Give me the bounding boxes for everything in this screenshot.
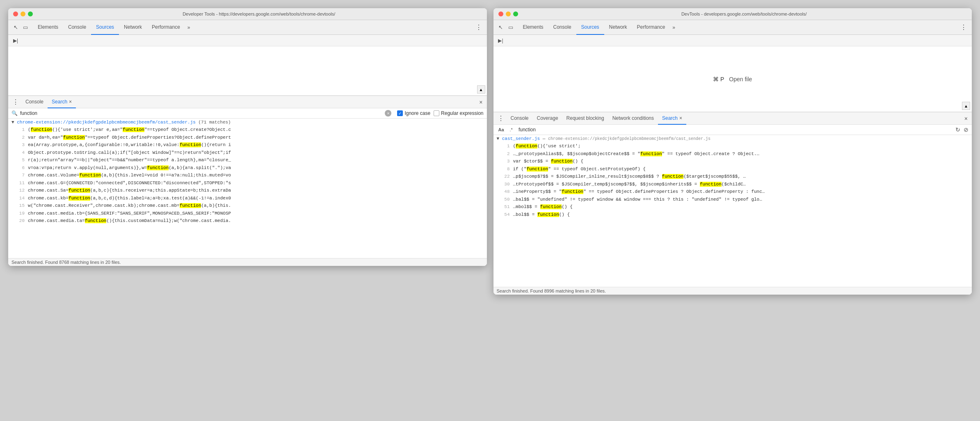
maximize-button[interactable] [28,11,33,16]
aa-button[interactable]: Aa [497,126,506,133]
line-content: …tPrototypeOf$$ = $JSCompiler_temp$jscom… [513,181,969,188]
right-bottom-tab-console[interactable]: Console [507,112,533,125]
right-bottom-tab-coverage[interactable]: Coverage [533,112,562,125]
table-row[interactable]: 2 var da=h,ea="function"==typeof Object.… [8,134,487,142]
tab-elements[interactable]: Elements [33,20,63,35]
right-devtools-icons: ↖ ▭ [497,23,515,32]
tab-performance[interactable]: Performance [147,20,185,35]
line-number: 11 [16,180,25,187]
tab-console[interactable]: Console [63,20,91,35]
right-status-bar: Search finished. Found 8996 matching lin… [493,287,972,295]
search-clear-button[interactable]: × [385,110,391,117]
line-content: if ("function" == typeof Object.setProto… [513,166,969,173]
table-row[interactable]: 4 Object.prototype.toString.call(a);if("… [8,149,487,157]
left-search-input[interactable] [20,110,382,116]
table-row[interactable]: 3 var $ctor$$ = function() { [493,158,972,165]
right-bottom-tab-menu-icon[interactable]: ⋮ [495,114,507,122]
line-content: chrome.cast.media.ta=function(){this.cus… [28,217,484,224]
right-search-results: ▼ cast_sender.js — chrome-extension://pk… [493,135,972,287]
right-tab-network[interactable]: Network [604,20,632,35]
table-row[interactable]: 3 ea(Array.prototype,a,{configurable:!0,… [8,141,487,149]
right-bottom-panel-close[interactable]: × [962,115,970,122]
minimize-button-right[interactable] [506,11,511,16]
tab-more[interactable]: » [185,23,193,32]
table-row[interactable]: 54 …bol$$ = function() { [493,211,972,219]
bottom-tab-console[interactable]: Console [21,96,48,108]
right-bottom-tab-request-blocking[interactable]: Request blocking [562,112,608,125]
right-tab-elements[interactable]: Elements [518,20,548,35]
regex-button[interactable]: .* [508,126,514,133]
table-row[interactable]: 15 w("chrome.cast.Receiver",chrome.cast.… [8,202,487,210]
table-row[interactable]: 19 chrome.cast.media.tb={SANS_SERIF:"SAN… [8,210,487,217]
right-tab-sources[interactable]: Sources [576,20,604,35]
table-row[interactable]: 1 (function(){'use strict'; [493,142,972,150]
line-number: 48 [502,188,510,195]
keyboard-shortcut: ⌘ P [713,76,724,82]
tab-network[interactable]: Network [119,20,147,35]
table-row[interactable]: 48 …ineProperty$$ = "function" == typeof… [493,188,972,196]
right-devtools-menu[interactable]: ⋮ [959,22,969,33]
right-search-input[interactable] [519,127,953,133]
line-number: 2 [16,134,25,141]
search-tab-close[interactable]: × [69,99,72,105]
table-row[interactable]: 12 chrome.cast.Sa=function(a,b,c){this.r… [8,187,487,194]
right-tab-performance[interactable]: Performance [632,20,670,35]
table-row[interactable]: 30 …tPrototypeOf$$ = $JSCompiler_temp$js… [493,181,972,188]
table-row[interactable]: 8 if ("function" == typeof Object.setPro… [493,165,972,173]
right-file-name[interactable]: cast_sender.js [502,136,540,141]
table-row[interactable]: 22 …p$jscomp$7$$ = $JSCompiler_inline_re… [493,173,972,181]
right-sidebar-toggle-icon[interactable]: ▶| [497,37,505,45]
line-number: 20 [16,217,25,224]
table-row[interactable]: 20 chrome.cast.media.ta=function(){this.… [8,217,487,225]
close-button-right[interactable] [498,11,503,16]
left-file-link[interactable]: chrome-extension://pkedcjkdefgpdelpbcmbm… [17,120,196,125]
regex-checkbox[interactable] [434,110,439,116]
regex-option[interactable]: Regular expression [434,110,483,116]
right-bottom-tab-search[interactable]: Search × [658,112,686,125]
line-content: chrome.cast.media.tb={SANS_SERIF:"SANS_S… [28,210,484,217]
line-content: …p$jscomp$7$$ = $JSCompiler_inline_resul… [513,173,969,180]
right-tab-more[interactable]: » [670,23,678,32]
right-scroll-to-top[interactable]: ▲ [962,102,970,110]
device-icon[interactable]: ▭ [21,23,30,32]
open-file-label: Open file [729,76,752,82]
right-device-icon[interactable]: ▭ [507,23,515,32]
line-number: 1 [16,126,25,133]
table-row[interactable]: 5 r(a);return"array"==b||"object"==b&&"n… [8,156,487,164]
line-content: …bol$$ = function() { [513,211,969,218]
table-row[interactable]: 1 (function(){'use strict';var e,aa="fun… [8,126,487,134]
line-content: …bal$$ = "undefined" != typeof window &&… [513,196,969,203]
table-row[interactable]: 11 chrome.cast.G={CONNECTED:"connected",… [8,179,487,187]
table-row[interactable]: 7 chrome.cast.Volume=function(a,b){this.… [8,172,487,179]
scroll-to-top[interactable]: ▲ [477,85,485,94]
right-search-tab-close[interactable]: × [679,115,682,121]
right-bottom-tab-network-conditions[interactable]: Network conditions [608,112,658,125]
right-cursor-icon[interactable]: ↖ [497,23,505,32]
bottom-tab-menu-icon[interactable]: ⋮ [10,98,21,106]
cursor-icon[interactable]: ↖ [11,23,20,32]
left-file-header[interactable]: ▼ chrome-extension://pkedcjkdefgpdelpbcm… [8,119,487,126]
right-file-header[interactable]: ▼ cast_sender.js — chrome-extension://pk… [493,135,972,142]
table-row[interactable]: 51 …mbol$$ = function() { [493,203,972,211]
devtools-icons: ↖ ▭ [11,23,30,32]
table-row[interactable]: 50 …bal$$ = "undefined" != typeof window… [493,196,972,204]
ignore-case-option[interactable]: ✓ Ignore case [397,110,430,116]
tab-sources[interactable]: Sources [91,20,119,35]
right-tab-console[interactable]: Console [548,20,576,35]
table-row[interactable]: 2 …_prototypeAlias$$, $$jscomp$objectCre… [493,150,972,158]
devtools-menu[interactable]: ⋮ [474,22,484,33]
table-row[interactable]: 14 chrome.cast.kb=function(a,b,c,d){this… [8,194,487,202]
table-row[interactable]: 6 v=oa:v=pa;return v.apply(null,argument… [8,164,487,172]
line-content: chrome.cast.G={CONNECTED:"connected",DIS… [28,180,484,187]
refresh-icon[interactable]: ↻ [955,126,960,133]
clear-results-icon[interactable]: ⊘ [964,126,969,133]
sidebar-toggle-icon[interactable]: ▶| [11,37,20,45]
maximize-button-right[interactable] [513,11,518,16]
line-number: 14 [16,195,25,202]
minimize-button[interactable] [21,11,25,16]
ignore-case-checkbox[interactable]: ✓ [397,110,403,116]
line-content: chrome.cast.Sa=function(a,b,c){this.rece… [28,187,484,194]
bottom-panel-close[interactable]: × [477,99,485,105]
close-button[interactable] [13,11,18,16]
bottom-tab-search[interactable]: Search × [48,96,76,108]
